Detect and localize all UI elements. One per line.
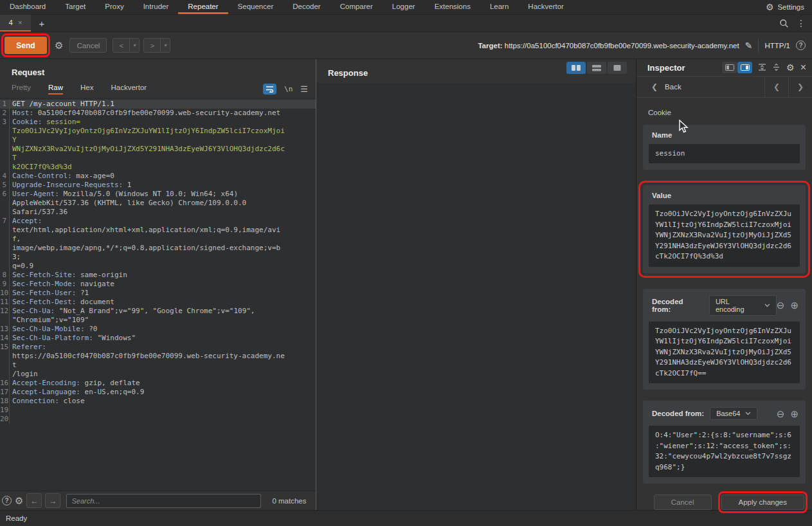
edit-target-pencil-icon[interactable]: ✎ — [745, 41, 753, 51]
inspector-prev-item-button[interactable]: ❮ — [764, 77, 788, 96]
editor-menu-icon[interactable]: ☰ — [300, 84, 308, 94]
menu-item-proxy[interactable]: Proxy — [95, 0, 133, 14]
line-content[interactable]: Sec-Fetch-Dest: document — [10, 298, 288, 307]
next-dropdown-icon[interactable]: ▾ — [160, 39, 170, 52]
request-line-7[interactable]: 7Accept: text/html,application/xhtml+xml… — [0, 217, 316, 271]
show-newlines-toggle[interactable]: \n — [284, 85, 293, 93]
request-line-8[interactable]: 8Sec-Fetch-Site: same-origin — [0, 271, 316, 280]
decoded-url-text[interactable]: Tzo0OiJVc2VyIjoyOntzOjg6InVzZXJu YW1lIjt… — [649, 322, 800, 384]
line-content[interactable] — [10, 406, 288, 415]
menu-item-target[interactable]: Target — [55, 0, 95, 14]
send-button[interactable]: Send — [5, 37, 47, 54]
decoding-method-dropdown[interactable]: Base64 — [710, 407, 757, 420]
line-content[interactable]: User-Agent: Mozilla/5.0 (Windows NT 10.0… — [10, 190, 288, 217]
line-content[interactable] — [10, 415, 288, 424]
request-line-12[interactable]: 12Sec-Ch-Ua: "Not_A Brand";v="99", "Goog… — [0, 307, 316, 325]
search-help-icon[interactable]: ? — [2, 496, 12, 505]
request-line-10[interactable]: 10Sec-Fetch-User: ?1 — [0, 289, 316, 298]
request-view-tab-hex[interactable]: Hex — [80, 84, 93, 95]
decoding-method-dropdown[interactable]: URL encoding — [709, 295, 777, 316]
request-line-13[interactable]: 13Sec-Ch-Ua-Mobile: ?0 — [0, 325, 316, 334]
request-view-tab-pretty[interactable]: Pretty — [12, 84, 31, 95]
line-content[interactable]: Accept-Language: en-US,en;q=0.9 — [10, 388, 288, 397]
remove-decoding-icon[interactable]: ⊖ — [777, 300, 785, 310]
next-response-button[interactable]: > ▾ — [143, 38, 170, 53]
add-decoding-icon[interactable]: ⊕ — [790, 300, 798, 310]
repeater-tab-4[interactable]: 4 × — [0, 15, 31, 32]
search-icon[interactable] — [779, 19, 789, 28]
menu-item-intruder[interactable]: Intruder — [134, 0, 179, 14]
line-content[interactable]: Sec-Ch-Ua-Mobile: ?0 — [10, 325, 288, 334]
layout-single-button[interactable] — [608, 62, 627, 74]
request-line-3[interactable]: 3Cookie: session= Tzo0OiJVc2VyIjoyOntzOj… — [0, 118, 316, 172]
help-icon[interactable]: ? — [796, 41, 806, 50]
request-line-19[interactable]: 19 — [0, 406, 316, 415]
line-content[interactable]: Sec-Fetch-Site: same-origin — [10, 271, 288, 280]
request-view-tab-hackvertor[interactable]: Hackvertor — [111, 84, 147, 95]
line-content[interactable]: Connection: close — [10, 397, 288, 406]
search-prev-button[interactable]: ← — [26, 493, 42, 508]
request-line-17[interactable]: 17Accept-Language: en-US,en;q=0.9 — [0, 388, 316, 397]
remove-decoding-icon[interactable]: ⊖ — [777, 409, 785, 419]
request-line-1[interactable]: 1GET /my-account HTTP/1.1 — [0, 100, 316, 109]
menu-item-hackvertor[interactable]: Hackvertor — [518, 0, 573, 14]
inspector-close-icon[interactable]: × — [800, 62, 806, 73]
request-line-20[interactable]: 20 — [0, 415, 316, 424]
line-content[interactable]: Sec-Ch-Ua-Platform: "Windows" — [10, 334, 288, 343]
decoded-base64-text[interactable]: O:4:"User":2:{s:8:"username";s:6 :"wiene… — [649, 426, 800, 477]
line-content[interactable]: Accept-Encoding: gzip, deflate — [10, 379, 288, 388]
inspector-settings-gear-icon[interactable]: ⚙ — [786, 63, 795, 72]
request-line-11[interactable]: 11Sec-Fetch-Dest: document — [0, 298, 316, 307]
request-line-4[interactable]: 4Cache-Control: max-age=0 — [0, 172, 316, 181]
cancel-request-button[interactable]: Cancel — [69, 38, 107, 53]
request-line-9[interactable]: 9Sec-Fetch-Mode: navigate — [0, 280, 316, 289]
request-line-2[interactable]: 2Host: 0a5100cf0470b087c0fb9fbe00e70099.… — [0, 109, 316, 118]
request-view-tab-raw[interactable]: Raw — [48, 84, 63, 95]
inspector-cancel-button[interactable]: Cancel — [654, 494, 712, 510]
kebab-menu-icon[interactable]: ⋮ — [797, 18, 806, 28]
menu-item-sequencer[interactable]: Sequencer — [228, 0, 284, 14]
request-line-15[interactable]: 15Referer: https://0a5100cf0470b087c0fb9… — [0, 343, 316, 379]
inspector-back-button[interactable]: ❮ Back — [636, 77, 681, 96]
prev-response-button[interactable]: < ▾ — [113, 38, 140, 53]
close-tab-icon[interactable]: × — [18, 19, 22, 26]
layout-columns-button[interactable] — [566, 62, 586, 74]
line-content[interactable]: Accept: text/html,application/xhtml+xml,… — [10, 217, 288, 271]
menu-item-dashboard[interactable]: Dashboard — [0, 0, 55, 14]
menu-item-comparer[interactable]: Comparer — [330, 0, 383, 14]
add-decoding-icon[interactable]: ⊕ — [790, 409, 798, 419]
request-line-14[interactable]: 14Sec-Ch-Ua-Platform: "Windows" — [0, 334, 316, 343]
request-line-18[interactable]: 18Connection: close — [0, 397, 316, 406]
http-version-selector[interactable]: HTTP/1 — [764, 42, 790, 50]
search-settings-gear-icon[interactable]: ⚙ — [15, 495, 23, 507]
line-content[interactable]: Sec-Ch-Ua: "Not_A Brand";v="99", "Google… — [10, 307, 288, 325]
word-wrap-toggle-icon[interactable] — [263, 84, 276, 95]
line-content[interactable]: Cache-Control: max-age=0 — [10, 172, 288, 181]
request-line-5[interactable]: 5Upgrade-Insecure-Requests: 1 — [0, 181, 316, 190]
menu-item-decoder[interactable]: Decoder — [283, 0, 330, 14]
line-content[interactable]: Sec-Fetch-Mode: navigate — [10, 280, 288, 289]
menu-item-repeater[interactable]: Repeater — [178, 0, 228, 14]
menu-item-extensions[interactable]: Extensions — [425, 0, 480, 14]
request-settings-gear-icon[interactable]: ⚙ — [55, 40, 63, 51]
dock-right-button[interactable] — [737, 62, 752, 73]
line-content[interactable]: Upgrade-Insecure-Requests: 1 — [10, 181, 288, 190]
line-content[interactable]: Cookie: session= Tzo0OiJVc2VyIjoyOntzOjg… — [10, 118, 288, 172]
cookie-value-text[interactable]: Tzo0OiJVc2VyIjoyOntzOjg6InVzZXJu YW1lIjt… — [649, 204, 800, 267]
search-input[interactable] — [66, 494, 261, 508]
line-content[interactable]: Host: 0a5100cf0470b087c0fb9fbe00e70099.w… — [10, 109, 288, 118]
prev-dropdown-icon[interactable]: ▾ — [129, 39, 139, 52]
menu-item-logger[interactable]: Logger — [383, 0, 425, 14]
settings-button[interactable]: ⚙ Settings — [766, 0, 812, 14]
collapse-all-icon[interactable] — [772, 63, 780, 73]
inspector-next-item-button[interactable]: ❯ — [788, 77, 812, 96]
line-content[interactable]: Sec-Fetch-User: ?1 — [10, 289, 288, 298]
search-next-button[interactable]: → — [45, 493, 60, 508]
add-tab-button[interactable]: + — [31, 15, 53, 32]
request-line-6[interactable]: 6User-Agent: Mozilla/5.0 (Windows NT 10.… — [0, 190, 316, 217]
apply-changes-button[interactable]: Apply changes — [721, 494, 804, 510]
line-content[interactable]: GET /my-account HTTP/1.1 — [10, 100, 288, 109]
request-editor[interactable]: 1GET /my-account HTTP/1.12Host: 0a5100cf… — [0, 98, 316, 491]
request-line-16[interactable]: 16Accept-Encoding: gzip, deflate — [0, 379, 316, 388]
expand-all-icon[interactable] — [758, 63, 766, 73]
